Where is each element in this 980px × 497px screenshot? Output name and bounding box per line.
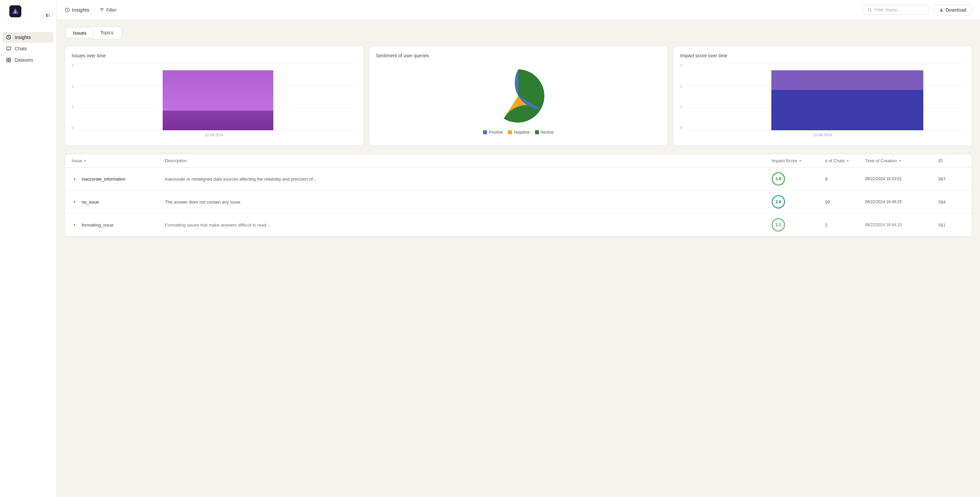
expand-row-1[interactable] <box>72 176 78 182</box>
col-description[interactable]: Description <box>165 158 772 163</box>
id-3: 561 <box>938 222 965 227</box>
chats-count-2: 10 <box>825 200 865 205</box>
positive-dot <box>483 130 487 134</box>
insights-icon <box>65 7 70 13</box>
description-1: Inaccurate or misaligned data sources af… <box>165 176 772 181</box>
pie-legend: Positive Negative Neutral <box>483 130 553 135</box>
issues-table: Issue Description Impact Score # of Chat… <box>65 154 972 237</box>
sidebar-item-chats-label: Chats <box>15 46 27 51</box>
negative-dot <box>508 130 512 134</box>
col-time[interactable]: Time of Creation <box>865 158 938 163</box>
breadcrumb: Insights <box>65 7 89 13</box>
time-3: 08/22/2024 16:44:10 <box>865 222 938 227</box>
impact-chart-title: Impact score over time <box>680 53 965 58</box>
legend-negative: Negative <box>508 130 529 135</box>
legend-positive: Positive <box>483 130 503 135</box>
header: Insights Filter Filter Name... <box>57 0 980 20</box>
pie-chart-svg <box>488 66 548 126</box>
col-num-chats[interactable]: # of Chats <box>825 158 865 163</box>
tab-topics[interactable]: Topics <box>93 28 120 38</box>
filter-button[interactable]: Filter <box>96 6 120 14</box>
sidebar-nav: Insights Chats Datasets <box>0 32 56 65</box>
col-impact-score[interactable]: Impact Score <box>772 158 825 163</box>
issue-cell-3: formatting_issue <box>72 222 165 228</box>
sort-icon-time <box>898 159 902 162</box>
legend-neutral: Neutral <box>535 130 554 135</box>
sidebar-item-chats[interactable]: Chats <box>3 43 54 54</box>
issue-name-3: formatting_issue <box>82 222 113 227</box>
chats-count-3: 2 <box>825 222 865 227</box>
table-header: Issue Description Impact Score # of Chat… <box>65 154 972 168</box>
impact-score-3: 2.1 <box>772 218 785 232</box>
id-2: 564 <box>938 200 965 205</box>
issues-chart-x-label: 22-08-2024 <box>205 133 223 137</box>
svg-point-2 <box>15 12 15 13</box>
sidebar-item-datasets-label: Datasets <box>15 57 33 63</box>
sort-icon-impact <box>799 159 802 162</box>
download-button[interactable]: Download <box>933 5 972 15</box>
chats-count-1: 3 <box>825 176 865 181</box>
sidebar-item-insights-label: Insights <box>15 35 31 40</box>
description-3: Formatting issues that make answers diff… <box>165 222 772 227</box>
expand-row-2[interactable] <box>72 199 78 205</box>
impact-score-2: 2.6 <box>772 195 785 208</box>
issue-name-1: inaccurate_information <box>82 176 126 181</box>
filter-icon <box>99 7 104 12</box>
header-left: Insights Filter <box>65 6 120 14</box>
issue-cell-1: inaccurate_information <box>72 176 165 182</box>
sort-icon <box>83 159 87 162</box>
tab-issues[interactable]: Issues <box>66 28 93 38</box>
impact-cell-2: 2.6 <box>772 195 825 208</box>
sentiment-card: Sentiment of user queries P <box>369 46 668 146</box>
issues-chart-title: Issues over time <box>72 53 357 58</box>
svg-rect-8 <box>7 60 8 62</box>
filter-name-input[interactable]: Filter Name... <box>863 5 929 15</box>
impact-score-1: 1.9 <box>772 172 785 186</box>
issues-bar-chart: 3 2 1 0 <box>72 64 357 137</box>
issues-over-time-card: Issues over time 3 2 1 0 <box>65 46 364 146</box>
svg-rect-4 <box>48 14 50 17</box>
time-1: 08/22/2024 16:53:01 <box>865 176 938 181</box>
filter-placeholder: Filter Name... <box>875 7 900 12</box>
sidebar-item-insights[interactable]: Insights <box>3 32 54 43</box>
col-issue[interactable]: Issue <box>72 158 165 163</box>
impact-cell-3: 2.1 <box>772 218 825 232</box>
sort-icon-chats <box>846 159 850 162</box>
sidebar-collapse-button[interactable] <box>44 11 52 20</box>
impact-bar-chart: 3 2 1 0 <box>680 64 965 137</box>
content-area: Issues Topics Issues over time 3 2 1 <box>57 20 980 497</box>
time-2: 08/22/2024 16:49:25 <box>865 200 938 204</box>
charts-row: Issues over time 3 2 1 0 <box>65 46 972 146</box>
neutral-dot <box>535 130 539 134</box>
tabs: Issues Topics <box>65 27 121 39</box>
header-right: Filter Name... Download <box>863 5 972 15</box>
expand-row-3[interactable] <box>72 222 78 228</box>
svg-line-15 <box>871 11 872 12</box>
col-id[interactable]: ID <box>938 158 965 163</box>
impact-cell-1: 1.9 <box>772 172 825 186</box>
download-label: Download <box>946 7 966 13</box>
app-logo <box>10 5 21 17</box>
pie-chart-container: Positive Negative Neutral <box>376 64 661 137</box>
sidebar-item-datasets[interactable]: Datasets <box>3 55 54 65</box>
filter-label: Filter <box>107 7 117 13</box>
sidebar: Insights Chats Datasets <box>0 0 57 497</box>
sentiment-chart-title: Sentiment of user queries <box>376 53 661 58</box>
id-1: 567 <box>938 176 965 181</box>
impact-chart-x-label: 22-08-2024 <box>813 133 832 137</box>
issue-cell-2: no_issue <box>72 199 165 205</box>
table-row: formatting_issue Formatting issues that … <box>65 214 972 237</box>
negative-label: Negative <box>514 130 529 135</box>
main-area: Insights Filter Filter Name... <box>57 0 980 497</box>
neutral-label: Neutral <box>541 130 554 135</box>
search-icon <box>868 8 872 12</box>
svg-rect-3 <box>46 14 48 17</box>
table-row: inaccurate_information Inaccurate or mis… <box>65 168 972 191</box>
impact-score-card: Impact score over time 3 2 1 0 <box>673 46 972 146</box>
description-2: The answer does not contain any issue. <box>165 200 772 205</box>
svg-rect-9 <box>9 60 11 62</box>
svg-rect-6 <box>7 58 8 60</box>
svg-point-14 <box>868 8 871 11</box>
table-row: no_issue The answer does not contain any… <box>65 191 972 214</box>
positive-label: Positive <box>488 130 503 135</box>
